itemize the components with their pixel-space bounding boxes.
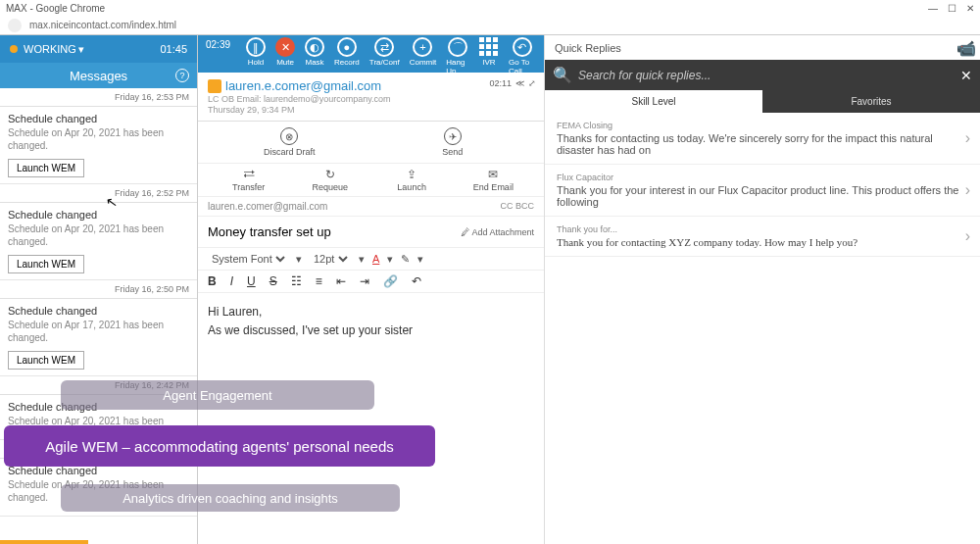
- avatar-icon: [208, 79, 221, 93]
- cc-bcc-toggle[interactable]: CC BCC: [500, 201, 534, 212]
- mask-icon: ◐: [305, 37, 324, 57]
- mask-button[interactable]: ◐Mask: [305, 37, 324, 75]
- launch-icon: ⇪: [371, 168, 453, 181]
- hold-icon: ‖: [246, 37, 266, 57]
- email-panel: 02:39 ‖Hold✕Mute◐Mask●Record⇄Tra/Conf+Co…: [198, 35, 544, 544]
- traconf-button[interactable]: ⇄Tra/Conf: [369, 37, 400, 75]
- message-item[interactable]: Schedule changed Schedule on Apr 17, 202…: [0, 299, 197, 376]
- email-from: LC OB Email: laurendemo@yourcompany.com: [208, 94, 534, 104]
- tab-favorites[interactable]: Favorites: [762, 90, 980, 113]
- message-title: Schedule changed: [8, 209, 189, 221]
- camera-icon[interactable]: 📹: [956, 39, 976, 58]
- expand-icon[interactable]: ⤢: [528, 78, 536, 88]
- ivr-button[interactable]: IVR: [479, 37, 499, 75]
- status-dot-icon: [10, 45, 18, 53]
- overlay-agile-wem: Agile WEM – accommodating agents' person…: [4, 425, 435, 467]
- message-item[interactable]: Schedule changed Schedule on Apr 20, 202…: [0, 107, 197, 184]
- hangup-button[interactable]: ⌒Hang Up: [446, 37, 469, 75]
- chevron-right-icon: ›: [965, 227, 970, 245]
- link-button[interactable]: 🔗: [383, 274, 398, 288]
- tra/conf-icon: ⇄: [374, 37, 394, 57]
- quick-replies-title: Quick Replies: [555, 42, 621, 54]
- subject-input[interactable]: [208, 224, 461, 239]
- bullet-list-button[interactable]: ☷: [291, 274, 302, 288]
- progress-bar: [0, 540, 88, 544]
- message-date: Friday 16, 2:52 PM: [0, 184, 197, 203]
- search-icon: 🔍: [553, 66, 572, 84]
- launch-button[interactable]: ⇪Launch: [371, 168, 453, 192]
- message-desc: Schedule on Apr 17, 2021 has been change…: [8, 319, 189, 344]
- transfer-icon: ⮂: [208, 168, 289, 181]
- clear-search-icon[interactable]: ✕: [960, 68, 972, 83]
- recipient-email[interactable]: lauren.e.comer@gmail.com: [225, 78, 381, 93]
- to-field[interactable]: lauren.e.comer@gmail.comCC BCC: [198, 197, 544, 217]
- search-input[interactable]: [578, 69, 955, 82]
- text-color-icon[interactable]: A: [372, 253, 379, 265]
- underline-button[interactable]: U: [247, 274, 256, 288]
- launch-wem-button[interactable]: Launch WEM: [8, 159, 84, 177]
- messages-header: Messages ?: [0, 63, 197, 88]
- max-icon[interactable]: ☐: [948, 3, 956, 14]
- site-icon: [8, 19, 22, 32]
- message-item[interactable]: Schedule changed Schedule on Apr 20, 202…: [0, 203, 197, 280]
- status-label: WORKING: [24, 43, 76, 55]
- email-date: Thursday 29, 9:34 PM: [208, 105, 534, 115]
- mute-icon: ✕: [275, 37, 295, 57]
- transfer-button[interactable]: ⮂Transfer: [208, 168, 289, 192]
- close-icon[interactable]: ✕: [966, 3, 974, 14]
- end-email-button[interactable]: ✉End Email: [453, 168, 534, 192]
- window-titlebar: MAX - Google Chrome — ☐ ✕: [0, 0, 980, 16]
- add-attachment-button[interactable]: 🖉 Add Attachment: [461, 227, 534, 237]
- hold-button[interactable]: ‖Hold: [246, 37, 266, 75]
- help-icon[interactable]: ?: [175, 69, 189, 82]
- status-time: 01:45: [160, 43, 187, 55]
- font-select[interactable]: System Font: [208, 252, 288, 266]
- hang up-icon: ⌒: [448, 37, 467, 57]
- email-header: lauren.e.comer@gmail.com LC OB Email: la…: [198, 73, 544, 122]
- address-bar: max.niceincontact.com/index.html: [0, 16, 980, 35]
- send-icon: ✈: [444, 127, 462, 145]
- quick-reply-item[interactable]: Thank you for... Thank you for contactin…: [545, 217, 980, 257]
- mute-button[interactable]: ✕Mute: [275, 37, 295, 75]
- commit-button[interactable]: +Commit: [410, 37, 437, 75]
- message-date: Friday 16, 2:53 PM: [0, 88, 197, 107]
- quick-reply-item[interactable]: Flux Capacitor Thank you for your intere…: [545, 165, 980, 217]
- overlay-agent-engagement: Agent Engagement: [61, 380, 374, 410]
- go to call-icon: ↶: [513, 37, 532, 57]
- italic-button[interactable]: I: [230, 274, 233, 288]
- record-button[interactable]: ●Record: [334, 37, 360, 75]
- email-actions-1: ⊗Discard Draft ✈Send: [198, 122, 544, 164]
- commit-icon: +: [413, 37, 432, 57]
- indent-button[interactable]: ⇥: [360, 274, 369, 288]
- discard-draft-button[interactable]: ⊗Discard Draft: [208, 127, 371, 157]
- undo-button[interactable]: ↶: [412, 274, 421, 288]
- gotocall-button[interactable]: ↶Go To Call: [509, 37, 536, 75]
- ivr-icon: [479, 37, 499, 57]
- min-icon[interactable]: —: [928, 3, 938, 14]
- highlight-icon[interactable]: ✎: [401, 253, 410, 266]
- format-bar: System Font▾ 12pt▾ A▾ ✎▾: [198, 248, 544, 271]
- sidebar: WORKING ▾ 01:45 Messages ? Friday 16, 2:…: [0, 35, 198, 544]
- launch-wem-button[interactable]: Launch WEM: [8, 351, 84, 370]
- requeue-button[interactable]: ↻Requeue: [289, 168, 370, 192]
- chevron-left-icon[interactable]: ≪: [515, 78, 524, 88]
- quick-reply-item[interactable]: FEMA Closing Thanks for contacting us to…: [545, 113, 980, 165]
- requeue-icon: ↻: [289, 168, 370, 181]
- strike-button[interactable]: S: [270, 274, 277, 288]
- numbered-list-button[interactable]: ≡: [316, 274, 322, 288]
- window-title: MAX - Google Chrome: [6, 3, 105, 14]
- status-bar[interactable]: WORKING ▾ 01:45: [0, 35, 197, 63]
- format-bar-2: B I U S ☷ ≡ ⇤ ⇥ 🔗 ↶: [198, 271, 544, 293]
- outdent-button[interactable]: ⇤: [336, 274, 346, 288]
- message-date: Friday 16, 2:50 PM: [0, 280, 197, 299]
- call-toolbar: 02:39 ‖Hold✕Mute◐Mask●Record⇄Tra/Conf+Co…: [198, 35, 544, 73]
- chevron-right-icon: ›: [965, 129, 970, 147]
- tab-skill-level[interactable]: Skill Level: [545, 90, 762, 113]
- message-desc: Schedule on Apr 20, 2021 has been change…: [8, 126, 189, 152]
- bold-button[interactable]: B: [208, 274, 217, 288]
- size-select[interactable]: 12pt: [310, 252, 351, 266]
- url-text[interactable]: max.niceincontact.com/index.html: [29, 20, 176, 30]
- send-button[interactable]: ✈Send: [371, 127, 535, 157]
- end-email-icon: ✉: [453, 168, 534, 181]
- launch-wem-button[interactable]: Launch WEM: [8, 255, 84, 273]
